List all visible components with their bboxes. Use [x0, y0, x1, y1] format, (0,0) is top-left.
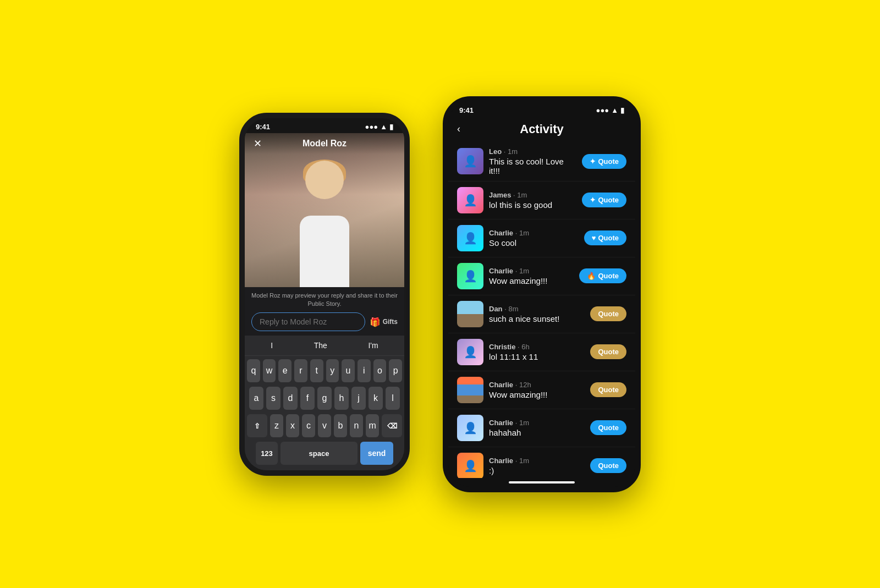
quote-button-charlie2[interactable]: 🔥 Quote — [579, 268, 626, 283]
quote-button-dan[interactable]: Quote — [590, 306, 626, 321]
avatar-charlie5: 👤 — [457, 453, 483, 478]
key-i[interactable]: i — [358, 359, 371, 382]
activity-comment-charlie1: So cool — [489, 238, 579, 248]
key-c[interactable]: c — [302, 414, 315, 437]
gift-icon: 🎁 — [370, 317, 381, 327]
activity-comment-leo: This is so cool! Love it!!! — [489, 157, 576, 175]
key-o[interactable]: o — [373, 359, 387, 382]
quote-button-leo[interactable]: ✦ Quote — [582, 154, 626, 169]
activity-meta-christie: Christie · 6h — [489, 343, 585, 351]
close-button[interactable]: ✕ — [254, 138, 262, 150]
key-row-2: a s d f g h j k l — [247, 387, 402, 410]
signal-icon-right: ●●● — [596, 106, 609, 114]
activity-comment-christie: lol 11:11 x 11 — [489, 352, 585, 361]
activity-meta-leo: Leo · 1m — [489, 147, 576, 156]
person-figure — [280, 155, 369, 287]
key-f[interactable]: f — [300, 387, 315, 410]
key-j[interactable]: j — [351, 387, 366, 410]
activity-list: 👤 Leo · 1m This is so cool! Love it!!! ✦… — [448, 142, 635, 478]
activity-info-charlie4: Charlie · 1m hahahah — [489, 419, 585, 437]
activity-meta-charlie2: Charlie · 1m — [489, 267, 574, 275]
key-l[interactable]: l — [386, 387, 400, 410]
activity-item-charlie3: Charlie · 12h Wow amazing!!! Quote — [448, 371, 635, 409]
key-shift[interactable]: ⇧ — [247, 414, 267, 437]
key-u[interactable]: u — [342, 359, 355, 382]
keyboard-bottom: 😊 🎤 — [245, 472, 404, 475]
quote-icon-james: ✦ — [590, 196, 596, 204]
avatar-james: 👤 — [457, 187, 483, 213]
avatar-charlie4: 👤 — [457, 415, 483, 441]
activity-title: Activity — [520, 122, 563, 136]
avatar-dan — [457, 301, 483, 327]
word-suggestion-2[interactable]: The — [310, 340, 332, 351]
emoji-icon[interactable]: 😊 — [254, 475, 268, 475]
activity-info-charlie5: Charlie · 1m :) — [489, 457, 585, 475]
quote-icon-leo: ✦ — [590, 157, 596, 166]
story-title: Model Roz — [302, 139, 346, 149]
reply-hint: Model Roz may preview your reply and sha… — [251, 292, 398, 309]
story-header: ✕ Model Roz — [245, 133, 404, 154]
key-q[interactable]: q — [247, 359, 260, 382]
quote-button-charlie3[interactable]: Quote — [590, 382, 626, 397]
key-k[interactable]: k — [369, 387, 383, 410]
activity-info-james: James · 1m lol this is so good — [489, 191, 576, 210]
activity-item-james: 👤 James · 1m lol this is so good ✦ Quote — [448, 182, 635, 219]
avatar-leo: 👤 — [457, 148, 483, 174]
key-123[interactable]: 123 — [256, 442, 278, 465]
quote-button-james[interactable]: ✦ Quote — [582, 193, 626, 207]
key-h[interactable]: h — [334, 387, 349, 410]
activity-comment-james: lol this is so good — [489, 200, 576, 210]
key-y[interactable]: y — [326, 359, 339, 382]
activity-meta-charlie3: Charlie · 12h — [489, 381, 585, 389]
key-n[interactable]: n — [350, 414, 363, 437]
activity-info-dan: Dan · 8m such a nice sunset! — [489, 305, 585, 323]
key-t[interactable]: t — [310, 359, 323, 382]
key-p[interactable]: p — [389, 359, 402, 382]
key-g[interactable]: g — [317, 387, 332, 410]
key-m[interactable]: m — [366, 414, 379, 437]
wifi-icon-right: ▲ — [611, 106, 618, 114]
key-b[interactable]: b — [334, 414, 347, 437]
key-backspace[interactable]: ⌫ — [382, 414, 402, 437]
activity-header: ‹ Activity — [448, 117, 635, 142]
key-r[interactable]: r — [294, 359, 307, 382]
activity-item-charlie5: 👤 Charlie · 1m :) Quote — [448, 447, 635, 478]
activity-item-leo: 👤 Leo · 1m This is so cool! Love it!!! ✦… — [448, 142, 635, 182]
activity-meta-charlie1: Charlie · 1m — [489, 229, 579, 237]
activity-comment-dan: such a nice sunset! — [489, 314, 585, 323]
avatar-charlie2: 👤 — [457, 263, 483, 289]
key-z[interactable]: z — [270, 414, 283, 437]
key-send[interactable]: send — [360, 442, 393, 465]
gifts-button[interactable]: 🎁 Gifts — [370, 317, 398, 327]
activity-info-charlie1: Charlie · 1m So cool — [489, 229, 579, 248]
activity-meta-james: James · 1m — [489, 191, 576, 199]
key-v[interactable]: v — [318, 414, 331, 437]
activity-meta-charlie4: Charlie · 1m — [489, 419, 585, 427]
key-e[interactable]: e — [278, 359, 292, 382]
quote-button-charlie5[interactable]: Quote — [590, 458, 626, 473]
activity-meta-dan: Dan · 8m — [489, 305, 585, 313]
back-button[interactable]: ‹ — [457, 123, 460, 135]
key-space[interactable]: space — [280, 442, 358, 465]
key-d[interactable]: d — [283, 387, 298, 410]
activity-meta-charlie5: Charlie · 1m — [489, 457, 585, 465]
quote-button-christie[interactable]: Quote — [590, 344, 626, 359]
home-indicator-right — [509, 481, 575, 483]
quote-icon-charlie2: 🔥 — [587, 272, 596, 280]
word-suggestion-3[interactable]: I'm — [364, 340, 382, 351]
battery-icon-left: ▮ — [389, 123, 393, 131]
key-s[interactable]: s — [266, 387, 280, 410]
left-phone: 9:41 ●●● ▲ ▮ ✕ Model Roz Model Roz may — [239, 113, 410, 476]
key-x[interactable]: x — [286, 414, 299, 437]
activity-item-dan: Dan · 8m such a nice sunset! Quote — [448, 295, 635, 333]
key-w[interactable]: w — [263, 359, 276, 382]
quote-button-charlie1[interactable]: ♥ Quote — [584, 230, 626, 245]
key-a[interactable]: a — [249, 387, 263, 410]
reply-input[interactable] — [251, 312, 365, 331]
avatar-christie: 👤 — [457, 339, 483, 365]
word-suggestion-1[interactable]: I — [266, 340, 277, 351]
key-row-1: q w e r t y u i o p — [247, 359, 402, 382]
activity-item-charlie1: 👤 Charlie · 1m So cool ♥ Quote — [448, 219, 635, 257]
quote-icon-charlie1: ♥ — [592, 234, 596, 242]
quote-button-charlie4[interactable]: Quote — [590, 420, 626, 435]
